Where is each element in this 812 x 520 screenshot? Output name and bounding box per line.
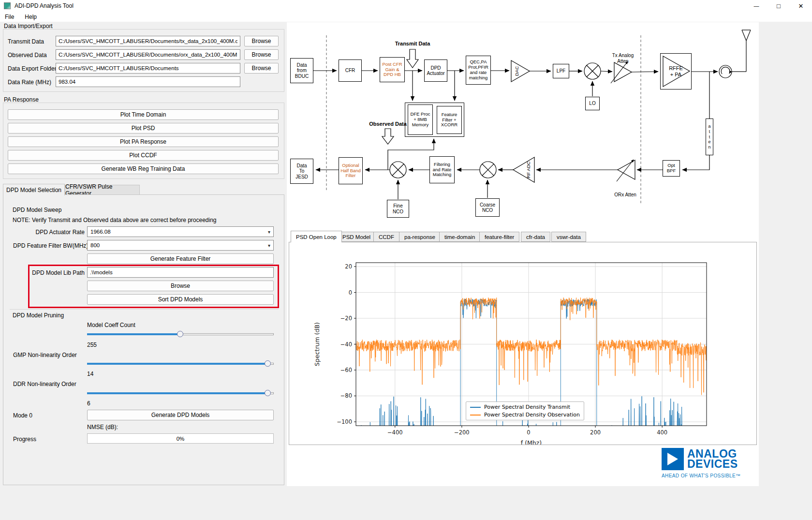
plot-pa-response-button[interactable]: Plot PA Response — [8, 136, 279, 147]
ddr-order-slider[interactable] — [87, 390, 274, 397]
data-rate-input[interactable] — [56, 76, 240, 87]
plot-psd-button[interactable]: Plot PSD — [8, 123, 279, 134]
chart-legend: Power Spectral Density Transmit Power Sp… — [466, 401, 584, 420]
close-button[interactable]: ✕ — [790, 0, 812, 12]
data-to-jesd-box: Data To JESD — [290, 159, 313, 184]
slider-fill — [87, 333, 180, 335]
transmit-data-label: Transmit Data — [8, 38, 44, 45]
mode-label: Mode 0 — [13, 412, 32, 419]
chart-tab-psd-model[interactable]: PSD Model — [337, 232, 376, 242]
group-title-import-export: Data Import/Export — [4, 23, 53, 30]
observed-data-block-arrow — [382, 129, 394, 144]
lo-box: LO — [585, 97, 600, 110]
feature-filter-xcorr-box: Feature Filter + XCORR — [437, 106, 462, 134]
plot-time-domain-button[interactable]: Plot Time Domain — [8, 109, 279, 120]
actuator-rate-label: DPD Actuator Rate — [13, 229, 85, 236]
atten-box: a t t e n — [706, 119, 713, 155]
minimize-button[interactable]: — — [745, 0, 768, 12]
title-bar: ADI-DPD Analysis Tool — □ ✕ — [0, 0, 812, 12]
chart-tab-ccdf[interactable]: CCDF — [373, 232, 399, 242]
svg-text:−40: −40 — [340, 341, 352, 348]
generate-dpd-models-button[interactable]: Generate DPD Models — [87, 410, 274, 420]
observed-data-label: Observed Data — [369, 121, 407, 127]
coeff-count-label: Model Coeff Count — [87, 322, 135, 328]
transmit-data-block-arrow — [407, 49, 418, 68]
dpd-actuator-box: DPD Actuator — [424, 59, 447, 82]
export-folder-input[interactable] — [56, 63, 240, 74]
tab-cfr-vswr-pulse-generator[interactable]: CFR/VSWR Pulse Generator — [65, 185, 140, 195]
chart-tab-vswr-data[interactable]: vswr-data — [551, 232, 586, 242]
opt-bpf-box: Opt BPF — [663, 160, 680, 177]
rf-adc-label: RF ADC — [526, 161, 531, 178]
ddr-order-label: DDR Non-linearity Order — [13, 381, 76, 387]
generate-wb-reg-button[interactable]: Generate WB Reg Training Data — [8, 163, 279, 174]
coeff-count-value: 255 — [87, 342, 97, 348]
coeff-count-slider[interactable] — [87, 331, 274, 338]
chart-tab-feature-filter[interactable]: feature-filter — [479, 232, 519, 242]
nmse-label: NMSE (dB): — [87, 424, 118, 431]
browse-transmit-button[interactable]: Browse — [244, 36, 279, 46]
slider-handle[interactable] — [177, 331, 183, 337]
svg-text:400: 400 — [657, 429, 667, 436]
feature-bw-combo[interactable]: 800 ▾ — [87, 240, 274, 251]
logo-tagline: AHEAD OF WHAT'S POSSIBLE™ — [662, 473, 758, 478]
svg-text:−400: −400 — [387, 429, 403, 436]
coarse-nco-box: Coarse NCO — [475, 198, 500, 217]
dac-icon: DAC — [511, 60, 530, 82]
browse-export-button[interactable]: Browse — [244, 63, 279, 74]
sort-dpd-models-button[interactable]: Sort DPD Models — [87, 294, 274, 305]
block-diagram: DAC RF ADC Transmit Data Observed Data T… — [288, 23, 759, 224]
svg-text:200: 200 — [590, 429, 601, 436]
filtering-rate-matching-box: Filtering and Rate Matching — [429, 156, 455, 183]
actuator-rate-combo[interactable]: 1966.08 ▾ — [87, 226, 274, 237]
transmit-data-label: Transmit Data — [395, 41, 431, 46]
generate-feature-filter-button[interactable]: Generate Feature Filter — [87, 253, 274, 264]
feature-bw-label: DPD Feature Filter BW(MHz) — [13, 242, 85, 249]
menu-file[interactable]: File — [4, 13, 15, 21]
group-title-pa-response: PA Response — [4, 96, 39, 103]
svg-text:0: 0 — [349, 289, 352, 296]
slider-handle[interactable] — [265, 360, 271, 367]
chart-tab-cfr-data[interactable]: cfr-data — [521, 232, 550, 242]
qec-pa-prot-box: QEC,PA Prot,PFIR and rate matching — [466, 56, 491, 85]
lib-path-label: DPD Model Lib Path — [13, 269, 85, 276]
gmp-order-slider[interactable] — [87, 360, 274, 367]
browse-lib-path-button[interactable]: Browse — [87, 281, 274, 291]
lib-path-input[interactable] — [87, 267, 274, 278]
chart-tab-time-domain[interactable]: time-domain — [439, 232, 480, 242]
circulator-icon — [719, 65, 732, 78]
browse-observed-button[interactable]: Browse — [244, 49, 279, 60]
observed-data-input[interactable] — [56, 49, 240, 60]
chart-tab-psd-open-loop[interactable]: PSD Open Loop — [291, 231, 342, 242]
psd-chart-panel: −400−2000200400200−20−40−60−80−100f (Mhz… — [289, 242, 757, 445]
slider-handle[interactable] — [265, 390, 271, 396]
transmit-data-input[interactable] — [56, 36, 240, 46]
export-folder-label: Data Export Folder — [8, 65, 57, 72]
slider-fill — [87, 363, 268, 365]
progress-label: Progress — [13, 436, 36, 443]
data-from-bduc-box: Data from BDUC — [290, 58, 313, 83]
svg-text:−100: −100 — [337, 418, 352, 425]
plot-ccdf-button[interactable]: Plot CCDF — [8, 150, 279, 161]
chevron-down-icon: ▾ — [268, 229, 270, 235]
svg-text:−200: −200 — [454, 429, 470, 436]
section-divider — [10, 309, 279, 310]
menu-help[interactable]: Help — [24, 13, 38, 21]
app-icon — [4, 2, 11, 9]
rf-adc-icon: RF ADC — [513, 157, 534, 182]
cfr-box: CFR — [339, 59, 362, 82]
maximize-button[interactable]: □ — [768, 0, 790, 12]
dpd-model-pruning-title: DPD Model Pruning — [13, 312, 64, 319]
svg-text:Spectrum (dB): Spectrum (dB) — [313, 322, 321, 366]
slider-fill — [87, 392, 268, 394]
fine-nco-box: Fine NCO — [387, 200, 409, 218]
svg-text:f (Mhz): f (Mhz) — [521, 439, 542, 445]
tx-analog-atten-icon — [611, 61, 632, 83]
chart-tab-pa-response[interactable]: pa-response — [399, 232, 441, 242]
transmit-series-label: Power Spectral Density Transmit — [484, 404, 570, 410]
menu-bar: File Help — [0, 12, 812, 22]
progress-value: 0% — [177, 436, 185, 442]
antenna-icon — [732, 30, 751, 72]
data-rate-label: Data Rate (MHz) — [8, 79, 51, 86]
tab-dpd-model-selection[interactable]: DPD Model Selection — [3, 184, 65, 195]
